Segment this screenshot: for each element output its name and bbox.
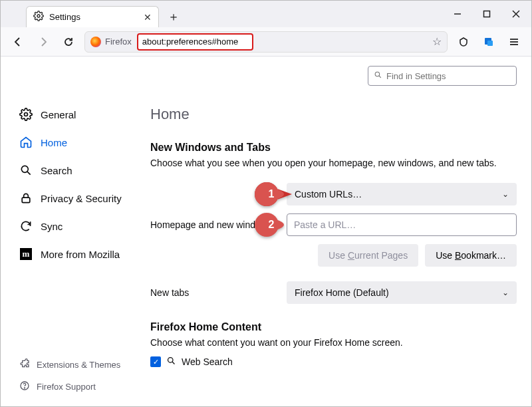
content-area: General Home Search Privacy & Security S… bbox=[1, 57, 531, 406]
newtabs-label: New tabs bbox=[150, 287, 287, 298]
svg-line-17 bbox=[379, 76, 381, 78]
svg-line-12 bbox=[27, 172, 31, 175]
category-sidebar: General Home Search Privacy & Security S… bbox=[1, 57, 150, 406]
svg-rect-6 bbox=[487, 41, 493, 46]
tab-title: Settings bbox=[49, 12, 138, 22]
identity-box[interactable]: Firefox bbox=[90, 37, 132, 47]
sidebar-label: Search bbox=[41, 165, 72, 176]
find-placeholder: Find in Settings bbox=[386, 71, 446, 81]
new-tab-button[interactable]: ＋ bbox=[164, 7, 183, 26]
close-window-button[interactable] bbox=[505, 5, 527, 23]
web-search-label: Web Search bbox=[182, 356, 233, 367]
sidebar-item-search[interactable]: Search bbox=[13, 159, 145, 182]
select-value: Firefox Home (Default) bbox=[295, 287, 389, 298]
newtabs-select[interactable]: Firefox Home (Default) ⌄ bbox=[287, 281, 517, 304]
identity-label: Firefox bbox=[105, 37, 132, 47]
home-icon bbox=[19, 136, 33, 149]
sidebar-label: More from Mozilla bbox=[41, 249, 120, 260]
select-value: Custom URLs… bbox=[295, 189, 362, 200]
search-icon bbox=[19, 164, 33, 177]
puzzle-icon bbox=[19, 358, 30, 371]
gear-icon bbox=[19, 108, 33, 121]
sidebar-label: Extensions & Themes bbox=[37, 360, 120, 370]
address-bar[interactable]: Firefox about:preferences#home ☆ bbox=[84, 31, 448, 53]
firefox-logo-icon bbox=[90, 37, 101, 47]
find-in-settings[interactable]: Find in Settings bbox=[368, 66, 517, 86]
section-title-home-content: Firefox Home Content bbox=[150, 321, 517, 333]
sidebar-item-privacy[interactable]: Privacy & Security bbox=[13, 187, 145, 209]
minimize-button[interactable] bbox=[446, 5, 469, 23]
sidebar-label: Home bbox=[41, 137, 67, 148]
reload-button[interactable] bbox=[59, 33, 78, 51]
svg-point-20 bbox=[168, 358, 174, 363]
svg-point-15 bbox=[24, 388, 25, 388]
bookmark-star-icon[interactable]: ☆ bbox=[432, 35, 442, 48]
section-title-new-windows: New Windows and Tabs bbox=[150, 142, 517, 154]
use-current-pages-button[interactable]: Use Current Pages bbox=[318, 244, 418, 267]
chevron-down-icon: ⌄ bbox=[502, 288, 509, 297]
main-panel: Find in Settings Home New Windows and Ta… bbox=[150, 57, 531, 406]
sidebar-extensions[interactable]: Extensions & Themes bbox=[13, 356, 145, 374]
sidebar-item-sync[interactable]: Sync bbox=[13, 215, 145, 237]
url-input-highlight[interactable]: about:preferences#home bbox=[137, 33, 253, 51]
search-icon bbox=[166, 356, 176, 368]
svg-rect-13 bbox=[22, 198, 30, 203]
svg-point-11 bbox=[21, 166, 28, 172]
svg-point-0 bbox=[37, 15, 40, 17]
svg-line-21 bbox=[172, 362, 174, 364]
section-desc: Choose what content you want on your Fir… bbox=[150, 337, 517, 348]
maximize-button[interactable] bbox=[475, 5, 498, 23]
window-controls bbox=[446, 1, 527, 27]
pocket-icon[interactable] bbox=[454, 33, 473, 51]
sync-icon bbox=[19, 219, 33, 233]
sidebar-item-general[interactable]: General bbox=[13, 103, 145, 126]
titlebar: Settings ✕ ＋ bbox=[1, 1, 531, 27]
svg-point-16 bbox=[375, 72, 380, 76]
gear-icon bbox=[33, 11, 44, 23]
help-icon bbox=[19, 380, 30, 393]
web-search-row: ✓ Web Search bbox=[150, 356, 517, 368]
svg-rect-2 bbox=[484, 11, 490, 17]
page-title: Home bbox=[150, 106, 517, 123]
sidebar-support[interactable]: Firefox Support bbox=[13, 378, 145, 396]
chevron-down-icon: ⌄ bbox=[502, 190, 509, 199]
back-button[interactable] bbox=[9, 33, 27, 51]
sidebar-item-home[interactable]: Home bbox=[13, 131, 145, 154]
search-icon bbox=[374, 70, 382, 81]
sidebar-item-more-mozilla[interactable]: m More from Mozilla bbox=[13, 243, 145, 265]
sidebar-label: Firefox Support bbox=[37, 382, 96, 392]
section-desc: Choose what you see when you open your h… bbox=[150, 158, 517, 168]
forward-button[interactable] bbox=[34, 33, 53, 51]
lock-icon bbox=[19, 192, 33, 205]
sidebar-label: Privacy & Security bbox=[41, 193, 122, 204]
app-menu-button[interactable] bbox=[505, 33, 523, 51]
sidebar-label: General bbox=[41, 109, 76, 120]
homepage-mode-select[interactable]: Custom URLs… ⌄ bbox=[287, 183, 517, 205]
url-text: about:preferences#home bbox=[142, 37, 239, 47]
svg-point-10 bbox=[25, 113, 28, 116]
translate-icon[interactable] bbox=[479, 33, 498, 51]
browser-tab[interactable]: Settings ✕ bbox=[26, 6, 159, 27]
navigation-toolbar: Firefox about:preferences#home ☆ bbox=[1, 27, 531, 57]
web-search-checkbox[interactable]: ✓ bbox=[150, 356, 161, 367]
homepage-label: Homepage and new windows bbox=[150, 219, 287, 230]
mozilla-icon: m bbox=[19, 248, 33, 260]
svg-point-18 bbox=[255, 182, 279, 206]
use-bookmark-button[interactable]: Use Bookmark… bbox=[425, 244, 517, 267]
sidebar-label: Sync bbox=[41, 221, 63, 232]
close-icon[interactable]: ✕ bbox=[144, 12, 152, 23]
homepage-url-input[interactable] bbox=[287, 213, 517, 236]
